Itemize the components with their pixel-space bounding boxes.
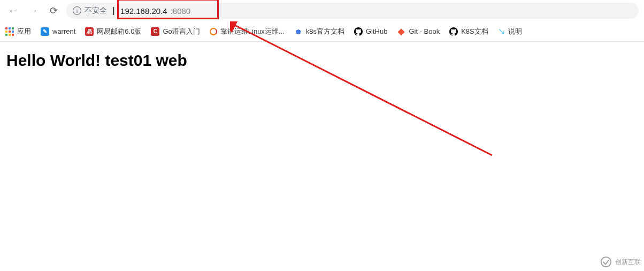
kubernetes-icon: ⎈: [294, 27, 303, 36]
url-port: :8080: [171, 6, 191, 16]
watermark: 创新互联: [600, 256, 641, 268]
bookmark-help[interactable]: ↘ 说明: [498, 26, 522, 36]
bookmark-linux-ops[interactable]: 靠谱运维Linux运维...: [210, 27, 285, 36]
bookmark-icon: C: [151, 27, 159, 36]
nav-back-button[interactable]: ←: [5, 5, 20, 17]
security-label: 不安全: [85, 6, 107, 16]
bookmark-label: Git - Book: [409, 27, 440, 35]
bookmark-label: k8s官方文档: [306, 27, 344, 36]
address-bar[interactable]: i 不安全 | 192.168.20.4:8080: [66, 3, 639, 19]
bookmark-label: 说明: [508, 27, 522, 36]
bookmark-icon: ↘: [498, 26, 505, 36]
svg-point-2: [601, 257, 611, 267]
git-icon: ◆: [397, 27, 405, 36]
github-icon: [449, 27, 458, 36]
url-host: 192.168.20.4: [120, 6, 167, 16]
bookmark-label: 靠谱运维Linux运维...: [220, 27, 285, 36]
bookmark-icon: ✎: [41, 27, 49, 36]
bookmark-icon: 易: [85, 27, 94, 36]
apps-icon: [5, 27, 14, 36]
watermark-text: 创新互联: [615, 258, 641, 267]
bookmark-icon: [210, 28, 217, 35]
bookmark-go-lang[interactable]: C Go语言入门: [151, 27, 200, 36]
watermark-icon: [600, 256, 612, 268]
nav-forward-button[interactable]: →: [26, 5, 41, 17]
site-info-icon[interactable]: i: [73, 6, 81, 15]
bookmark-netease-mail[interactable]: 易 网易邮箱6.0版: [85, 27, 141, 36]
apps-button[interactable]: 应用: [5, 27, 31, 36]
apps-label: 应用: [17, 27, 31, 36]
reload-button[interactable]: ⟳: [46, 5, 61, 17]
bookmark-warrent[interactable]: ✎ warrent: [41, 27, 75, 36]
bookmarks-bar: 应用 ✎ warrent 易 网易邮箱6.0版 C Go语言入门 靠谱运维Lin…: [0, 21, 644, 42]
bookmark-git-book[interactable]: ◆ Git - Book: [397, 27, 440, 36]
page-heading: Hello World! test01 web: [6, 51, 638, 70]
bookmark-label: Go语言入门: [163, 27, 200, 36]
bookmark-label: warrent: [52, 27, 75, 35]
browser-toolbar: ← → ⟳ i 不安全 | 192.168.20.4:8080: [0, 0, 644, 21]
bookmark-k8s-docs-2[interactable]: K8S文档: [449, 27, 488, 36]
bookmark-label: 网易邮箱6.0版: [97, 27, 141, 36]
bookmark-label: K8S文档: [461, 27, 488, 36]
github-icon: [354, 27, 363, 36]
page-content: Hello World! test01 web: [0, 42, 644, 79]
bookmark-label: GitHub: [366, 27, 387, 35]
bookmark-k8s-docs[interactable]: ⎈ k8s官方文档: [294, 27, 344, 36]
bookmark-github[interactable]: GitHub: [354, 27, 387, 36]
